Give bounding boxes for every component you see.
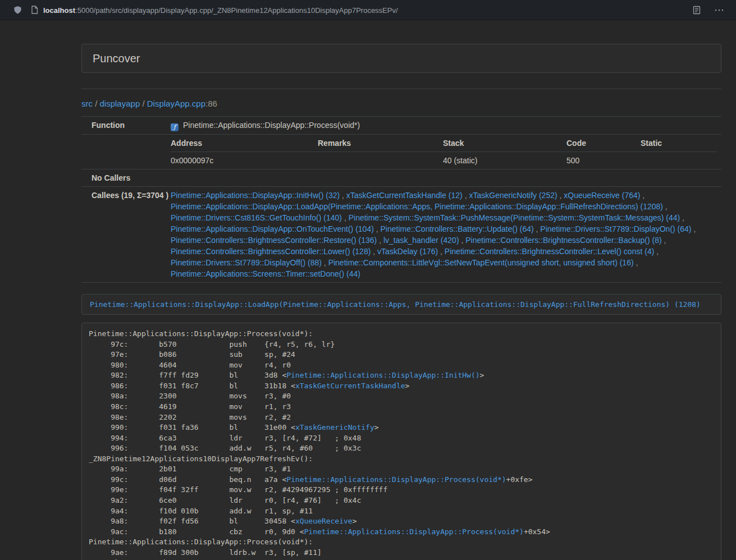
page-container: Puncover src / displayapp / DisplayApp.c… bbox=[81, 44, 721, 560]
callee-link[interactable]: Pinetime::Drivers::St7789::DisplayOff() … bbox=[171, 258, 322, 267]
disasm-symbol-link[interactable]: Pinetime::Applications::DisplayApp::Init… bbox=[286, 371, 479, 379]
callee-separator: , bbox=[377, 236, 383, 245]
remarks-value bbox=[318, 152, 443, 169]
function-row: Function ƒPinetime::Applications::Displa… bbox=[81, 117, 721, 135]
callee-separator: , bbox=[534, 224, 541, 233]
callee-separator: , bbox=[459, 236, 466, 245]
callee-link[interactable]: Pinetime::Controllers::Battery::Update()… bbox=[381, 224, 534, 233]
app-header-panel: Puncover bbox=[81, 44, 721, 73]
browser-chrome: localhost:5000/path/src/displayapp/Displ… bbox=[0, 0, 736, 20]
disasm-symbol-link[interactable]: Pinetime::Applications::DisplayApp::Proc… bbox=[304, 527, 524, 536]
breadcrumb: src / displayapp / DisplayApp.cpp:86 bbox=[81, 98, 721, 109]
column-stack: Stack bbox=[443, 135, 566, 152]
reader-mode-icon[interactable] bbox=[693, 6, 701, 15]
callee-link[interactable]: Pinetime::Applications::Screens::Timer::… bbox=[171, 269, 360, 278]
disasm-symbol-link[interactable]: xTaskGetCurrentTaskHandle bbox=[295, 382, 405, 390]
callee-separator: , bbox=[692, 224, 696, 233]
callee-separator: , bbox=[557, 191, 564, 200]
column-code: Code bbox=[566, 135, 641, 152]
callee-separator: , bbox=[654, 247, 659, 256]
column-address: Address bbox=[171, 135, 318, 152]
chrome-actions: ⋯ bbox=[693, 5, 725, 15]
url-bar[interactable]: localhost:5000/path/src/displayapp/Displ… bbox=[31, 5, 693, 15]
callee-link[interactable]: Pinetime::Applications::DisplayApp::Init… bbox=[171, 191, 340, 200]
callee-separator: , bbox=[640, 191, 644, 200]
page-title: Puncover bbox=[93, 51, 710, 66]
stats-row: Address Remarks Stack Code Static 0x0000… bbox=[81, 135, 721, 169]
url-path: :5000/path/src/displayapp/DisplayApp.cpp… bbox=[75, 6, 398, 15]
page-icon bbox=[31, 6, 38, 14]
callees-row: Callees (19, Σ=3704 ) Pinetime::Applicat… bbox=[81, 187, 721, 283]
disasm-symbol-link[interactable]: Pinetime::Applications::DisplayApp::Proc… bbox=[286, 475, 506, 484]
callee-separator: , bbox=[662, 236, 666, 245]
breadcrumb-file-link[interactable]: DisplayApp.cpp bbox=[147, 99, 205, 108]
callee-link[interactable]: Pinetime::Components::LittleVgl::SetNewT… bbox=[328, 258, 634, 267]
symbol-panel-link[interactable]: Pinetime::Applications::DisplayApp::Load… bbox=[90, 300, 701, 309]
callee-link[interactable]: Pinetime::Controllers::BrightnessControl… bbox=[171, 236, 377, 245]
code-value: 500 bbox=[566, 152, 641, 169]
callee-link[interactable]: Pinetime::Drivers::Cst816S::GetTouchInfo… bbox=[171, 213, 342, 222]
no-callers-label: No Callers bbox=[81, 169, 163, 187]
callee-link[interactable]: xTaskGenericNotify (252) bbox=[469, 191, 557, 200]
callee-link[interactable]: Pinetime::Applications::DisplayApp::Load… bbox=[171, 202, 663, 211]
callee-link[interactable]: xQueueReceive (764) bbox=[564, 191, 640, 200]
no-callers-row: No Callers bbox=[81, 169, 721, 187]
disassembly-block: Pinetime::Applications::DisplayApp::Proc… bbox=[81, 323, 721, 560]
callee-link[interactable]: Pinetime::Controllers::BrightnessControl… bbox=[465, 236, 661, 245]
callee-separator: , bbox=[634, 258, 638, 267]
function-icon: ƒ bbox=[171, 123, 179, 131]
disasm-symbol-link[interactable]: xTaskGenericNotify bbox=[295, 423, 374, 432]
stats-header-row: Address Remarks Stack Code Static bbox=[171, 135, 717, 152]
overflow-menu-icon[interactable]: ⋯ bbox=[714, 5, 725, 15]
callee-separator: , bbox=[680, 213, 684, 222]
symbol-panel: Pinetime::Applications::DisplayApp::Load… bbox=[81, 294, 721, 315]
callee-separator: , bbox=[374, 224, 381, 233]
callee-separator: , bbox=[342, 213, 349, 222]
callee-separator: , bbox=[371, 247, 377, 256]
breadcrumb-separator: / bbox=[95, 99, 97, 108]
stats-values-row: 0x0000097c 40 (static) 500 bbox=[171, 152, 717, 169]
callees-label: Callees (19, Σ=3704 ) bbox=[81, 187, 163, 283]
breadcrumb-src-link[interactable]: src bbox=[81, 99, 93, 108]
callee-separator: , bbox=[438, 247, 445, 256]
disasm-symbol-link[interactable]: xQueueReceive bbox=[295, 517, 353, 525]
callee-separator: , bbox=[663, 202, 668, 211]
callee-separator: , bbox=[463, 191, 469, 200]
address-value: 0x0000097c bbox=[171, 152, 318, 169]
callee-link[interactable]: lv_task_handler (420) bbox=[383, 236, 459, 245]
callee-link[interactable]: Pinetime::Controllers::BrightnessControl… bbox=[171, 247, 371, 256]
url-host: localhost bbox=[43, 6, 75, 15]
callee-separator: , bbox=[322, 258, 328, 267]
breadcrumb-displayapp-link[interactable]: displayapp bbox=[100, 99, 140, 108]
callee-link[interactable]: Pinetime::Drivers::St7789::DisplayOn() (… bbox=[540, 224, 691, 233]
divider bbox=[81, 89, 721, 89]
breadcrumb-separator: / bbox=[142, 99, 144, 108]
column-remarks: Remarks bbox=[318, 135, 443, 152]
callee-link[interactable]: vTaskDelay (176) bbox=[377, 247, 438, 256]
stats-table: Address Remarks Stack Code Static 0x0000… bbox=[171, 135, 717, 169]
callee-link[interactable]: xTaskGetCurrentTaskHandle (12) bbox=[346, 191, 463, 200]
breadcrumb-line-number: :86 bbox=[205, 99, 217, 108]
function-row-label: Function bbox=[81, 117, 163, 135]
static-value bbox=[641, 152, 717, 169]
callee-link[interactable]: Pinetime::System::SystemTask::PushMessag… bbox=[349, 213, 680, 222]
callee-separator: , bbox=[340, 191, 346, 200]
callee-link[interactable]: Pinetime::Controllers::BrightnessControl… bbox=[445, 247, 654, 256]
shield-icon[interactable] bbox=[13, 6, 22, 15]
column-static: Static bbox=[641, 135, 717, 152]
function-name: Pinetime::Applications::DisplayApp::Proc… bbox=[183, 121, 360, 130]
callees-list: Pinetime::Applications::DisplayApp::Init… bbox=[171, 190, 717, 279]
callee-link[interactable]: Pinetime::Applications::DisplayApp::OnTo… bbox=[171, 224, 374, 233]
function-table: Function ƒPinetime::Applications::Displa… bbox=[81, 116, 721, 283]
stack-value: 40 (static) bbox=[443, 152, 566, 169]
